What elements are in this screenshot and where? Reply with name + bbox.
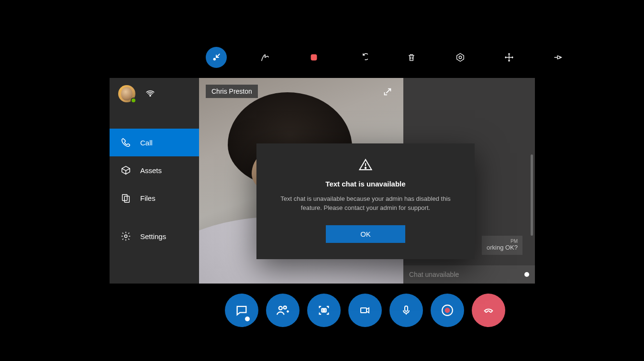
sidebar-item-label: Files	[140, 194, 155, 202]
dialog-ok-button[interactable]: OK	[326, 225, 405, 243]
mic-toggle-button[interactable]	[389, 294, 423, 327]
chat-message: PM orking OK?	[482, 236, 522, 255]
hang-up-button[interactable]	[472, 294, 505, 327]
svg-point-9	[365, 167, 366, 169]
popout-button[interactable]	[382, 87, 393, 99]
chat-input-dot-icon	[524, 272, 529, 277]
screenshot-button[interactable]	[307, 294, 341, 327]
sidebar-item-label: Settings	[140, 232, 166, 241]
svg-rect-1	[311, 55, 317, 61]
chat-scrollbar[interactable]	[531, 154, 533, 236]
chat-input: Chat unavailable	[403, 265, 535, 284]
move-button[interactable]	[499, 47, 520, 68]
chat-button[interactable]	[225, 294, 258, 327]
annotation-toolbar	[206, 47, 568, 68]
chat-input-placeholder: Chat unavailable	[409, 271, 459, 278]
delete-button[interactable]	[401, 47, 422, 68]
svg-point-4	[150, 95, 151, 96]
dialog-body: Text chat is unavailable because your ad…	[276, 195, 455, 213]
svg-point-17	[445, 308, 450, 313]
sidebar-item-settings[interactable]: Settings	[110, 222, 199, 250]
pen-tool-button[interactable]	[255, 47, 276, 68]
svg-point-7	[124, 235, 127, 238]
sidebar-item-call[interactable]: Call	[110, 129, 199, 156]
warning-icon	[357, 158, 374, 174]
participant-name-badge: Chris Preston	[206, 85, 258, 98]
svg-rect-15	[405, 306, 408, 311]
sidebar-item-label: Call	[140, 139, 153, 147]
presence-indicator	[131, 98, 136, 103]
files-icon	[120, 193, 132, 203]
add-participant-button[interactable]	[266, 294, 300, 327]
sidebar: Call Assets Files	[110, 78, 199, 284]
sidebar-item-label: Assets	[140, 166, 162, 175]
sidebar-item-assets[interactable]: Assets	[110, 156, 199, 184]
video-toggle-button[interactable]	[348, 294, 382, 327]
svg-point-13	[323, 309, 325, 311]
pin-button[interactable]	[547, 47, 568, 68]
dialog-title: Text chat is unavailable	[325, 180, 405, 188]
svg-point-0	[214, 58, 216, 60]
undo-button[interactable]	[352, 47, 373, 68]
svg-point-3	[459, 56, 462, 59]
chat-notification-dot	[245, 317, 250, 321]
call-controls	[225, 294, 505, 327]
box-icon	[120, 165, 132, 175]
sidebar-header	[110, 78, 199, 109]
phone-icon	[120, 137, 132, 148]
gear-icon	[120, 231, 132, 241]
stop-record-button[interactable]	[303, 47, 324, 68]
wifi-icon	[145, 88, 155, 99]
svg-point-11	[284, 306, 287, 309]
record-button[interactable]	[431, 294, 464, 327]
target-button[interactable]	[450, 47, 471, 68]
collapse-tool-button[interactable]	[206, 47, 227, 68]
sidebar-item-files[interactable]: Files	[110, 184, 199, 212]
svg-rect-14	[361, 308, 366, 313]
svg-point-10	[279, 306, 282, 310]
user-avatar[interactable]	[118, 85, 135, 102]
svg-marker-2	[457, 54, 464, 62]
alert-dialog: Text chat is unavailable Text chat is un…	[256, 143, 475, 259]
